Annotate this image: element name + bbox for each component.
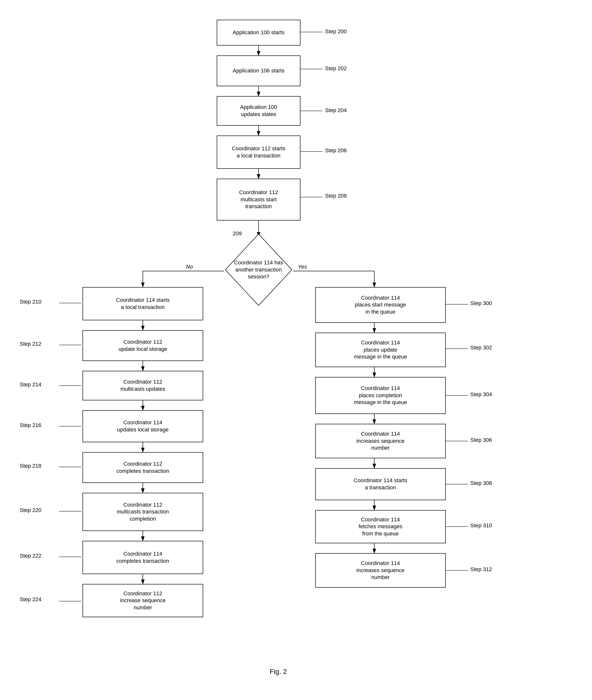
box-s212: Coordinator 112 update local storage: [83, 330, 203, 361]
step-222: Step 222: [20, 553, 41, 559]
step-204: Step 204: [325, 107, 347, 113]
step-212: Step 212: [20, 341, 41, 347]
box-s208: Coordinator 112 multicasts start transac…: [217, 179, 300, 221]
step-224: Step 224: [20, 596, 41, 603]
box-s308: Coordinator 114 starts a transaction: [315, 468, 446, 500]
box-s300: Coordinator 114 places start message in …: [315, 287, 446, 323]
box-s312: Coordinator 114 increases sequence numbe…: [315, 553, 446, 588]
box-s222: Coordinator 114 completes transaction: [83, 541, 203, 574]
box-s224: Coordinator 112 increase sequence number: [83, 584, 203, 617]
yes-label: Yes: [298, 264, 307, 270]
step-308: Step 308: [471, 480, 492, 486]
box-s204: Application 100 updates states: [217, 96, 300, 126]
decision-text: Coordinator 114 has another transaction …: [234, 259, 283, 280]
step-206: Step 206: [325, 147, 347, 154]
box-s200: Application 100 starts: [217, 20, 300, 46]
step-200: Step 200: [325, 28, 347, 35]
box-s214: Coordinator 112 multicasts updates: [83, 371, 203, 401]
box-s304: Coordinator 114 places completion messag…: [315, 377, 446, 414]
step-209: 209: [233, 230, 242, 237]
box-s220: Coordinator 112 multicasts transaction c…: [83, 493, 203, 531]
step-218: Step 218: [20, 463, 41, 469]
figure-label: Fig. 2: [241, 668, 315, 675]
box-s302: Coordinator 114 places update message in…: [315, 333, 446, 367]
box-s218: Coordinator 112 completes transaction: [83, 452, 203, 483]
no-label: No: [186, 264, 193, 270]
box-s306: Coordinator 114 increases sequence numbe…: [315, 424, 446, 458]
step-220: Step 220: [20, 507, 41, 513]
step-304: Step 304: [471, 391, 492, 398]
box-s216: Coordinator 114 updates local storage: [83, 410, 203, 442]
step-216: Step 216: [20, 422, 41, 428]
step-310: Step 310: [471, 522, 492, 529]
box-s310: Coordinator 114 fetches messages from th…: [315, 510, 446, 543]
step-300: Step 300: [471, 300, 492, 307]
step-208: Step 208: [325, 193, 347, 199]
step-210: Step 210: [20, 298, 41, 305]
step-306: Step 306: [471, 437, 492, 443]
box-s210: Coordinator 114 starts a local transacti…: [83, 287, 203, 320]
step-202: Step 202: [325, 65, 347, 72]
box-s206: Coordinator 112 starts a local transacti…: [217, 136, 300, 169]
step-302: Step 302: [471, 344, 492, 351]
diagram: Application 100 starts Step 200 Applicat…: [0, 0, 592, 700]
decision-diamond: Coordinator 114 has another transaction …: [224, 233, 293, 307]
step-312: Step 312: [471, 566, 492, 573]
box-s202: Application 106 starts: [217, 55, 300, 86]
step-214: Step 214: [20, 381, 41, 388]
